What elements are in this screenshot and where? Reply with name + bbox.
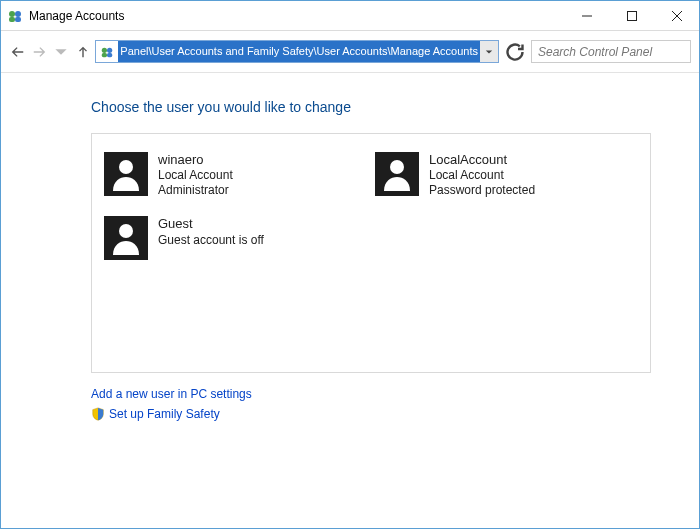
avatar-icon xyxy=(104,216,148,260)
account-name: LocalAccount xyxy=(429,152,535,168)
account-item-guest[interactable]: Guest Guest account is off xyxy=(104,216,339,260)
account-status: Guest account is off xyxy=(158,233,264,248)
address-region: Panel\User Accounts and Family Safety\Us… xyxy=(95,40,527,64)
search-input[interactable] xyxy=(536,44,691,60)
address-bar-icon xyxy=(96,41,118,62)
nav-bar: Panel\User Accounts and Family Safety\Us… xyxy=(1,31,699,73)
address-bar[interactable]: Panel\User Accounts and Family Safety\Us… xyxy=(95,40,499,63)
account-name: Guest xyxy=(158,216,264,232)
svg-rect-10 xyxy=(102,52,107,56)
shield-icon xyxy=(91,407,105,421)
svg-rect-3 xyxy=(15,17,21,22)
account-text: Guest Guest account is off xyxy=(158,216,264,260)
svg-rect-11 xyxy=(107,52,112,56)
svg-point-14 xyxy=(119,160,133,174)
svg-point-16 xyxy=(119,224,133,238)
back-button[interactable] xyxy=(9,40,27,64)
minimize-button[interactable] xyxy=(564,1,609,30)
up-button[interactable] xyxy=(74,40,92,64)
account-name: winaero xyxy=(158,152,233,168)
avatar-icon xyxy=(375,152,419,196)
account-role: Administrator xyxy=(158,183,233,198)
account-text: winaero Local Account Administrator xyxy=(158,152,233,198)
family-safety-link[interactable]: Set up Family Safety xyxy=(91,407,220,421)
svg-point-9 xyxy=(107,47,112,52)
address-input[interactable]: Panel\User Accounts and Family Safety\Us… xyxy=(118,41,480,62)
accounts-list: winaero Local Account Administrator Loca… xyxy=(91,133,651,373)
refresh-button[interactable] xyxy=(503,40,527,64)
svg-rect-5 xyxy=(627,11,636,20)
window-frame: Manage Accounts xyxy=(0,0,700,529)
forward-button[interactable] xyxy=(31,40,49,64)
close-button[interactable] xyxy=(654,1,699,30)
title-bar: Manage Accounts xyxy=(1,1,699,31)
svg-point-1 xyxy=(15,11,21,17)
content-area: Choose the user you would like to change… xyxy=(1,73,699,528)
page-heading: Choose the user you would like to change xyxy=(91,99,699,115)
action-links: Add a new user in PC settings Set up Fam… xyxy=(91,387,699,424)
account-type: Local Account xyxy=(429,168,535,183)
account-item-winaero[interactable]: winaero Local Account Administrator xyxy=(104,152,339,198)
family-safety-link-label: Set up Family Safety xyxy=(109,407,220,421)
svg-point-0 xyxy=(9,11,15,17)
svg-point-8 xyxy=(102,47,107,52)
account-item-localaccount[interactable]: LocalAccount Local Account Password prot… xyxy=(375,152,610,198)
address-dropdown-button[interactable] xyxy=(480,41,498,62)
svg-point-15 xyxy=(390,160,404,174)
svg-rect-2 xyxy=(9,17,15,22)
title-bar-icon xyxy=(7,8,23,24)
search-box[interactable] xyxy=(531,40,691,63)
add-user-link[interactable]: Add a new user in PC settings xyxy=(91,387,252,401)
maximize-button[interactable] xyxy=(609,1,654,30)
recent-locations-button[interactable] xyxy=(52,40,70,64)
account-text: LocalAccount Local Account Password prot… xyxy=(429,152,535,198)
title-bar-title: Manage Accounts xyxy=(29,9,564,23)
avatar-icon xyxy=(104,152,148,196)
account-status: Password protected xyxy=(429,183,535,198)
account-type: Local Account xyxy=(158,168,233,183)
window-controls xyxy=(564,1,699,30)
add-user-link-label: Add a new user in PC settings xyxy=(91,387,252,401)
